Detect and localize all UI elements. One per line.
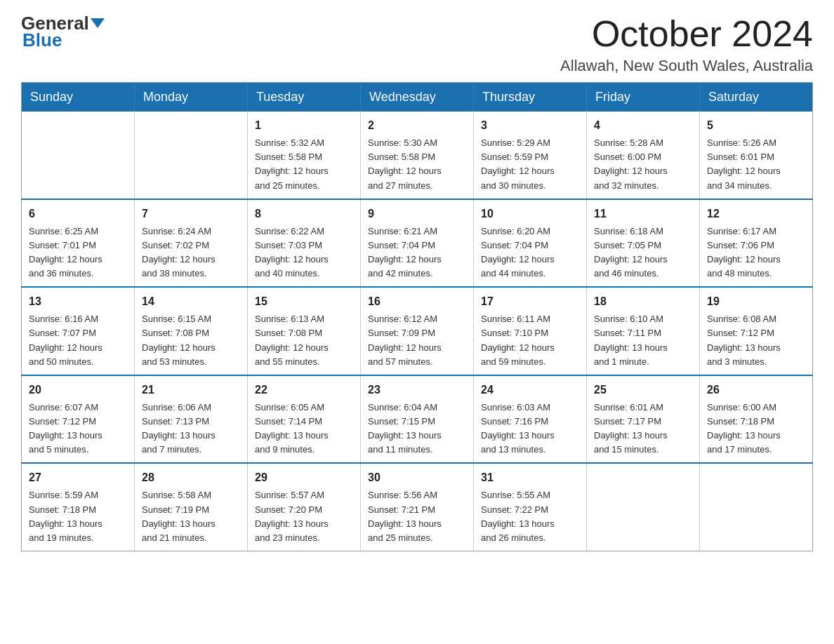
day-info: Sunrise: 5:56 AM Sunset: 7:21 PM Dayligh…	[368, 488, 466, 545]
day-info: Sunrise: 6:17 AM Sunset: 7:06 PM Dayligh…	[707, 224, 805, 281]
day-number: 14	[142, 293, 240, 310]
day-info: Sunrise: 6:07 AM Sunset: 7:12 PM Dayligh…	[29, 401, 127, 457]
day-number: 3	[481, 117, 579, 134]
day-info: Sunrise: 6:15 AM Sunset: 7:08 PM Dayligh…	[142, 312, 240, 369]
calendar-day-cell: 25Sunrise: 6:01 AM Sunset: 7:17 PM Dayli…	[587, 375, 700, 464]
day-info: Sunrise: 5:26 AM Sunset: 6:01 PM Dayligh…	[707, 136, 805, 193]
calendar-day-cell: 13Sunrise: 6:16 AM Sunset: 7:07 PM Dayli…	[22, 287, 135, 375]
calendar-day-cell: 24Sunrise: 6:03 AM Sunset: 7:16 PM Dayli…	[474, 375, 587, 464]
logo-arrow-icon	[91, 18, 105, 28]
weekday-header: Saturday	[700, 83, 813, 112]
day-info: Sunrise: 6:01 AM Sunset: 7:17 PM Dayligh…	[594, 401, 692, 457]
calendar-day-cell: 11Sunrise: 6:18 AM Sunset: 7:05 PM Dayli…	[587, 199, 700, 288]
day-info: Sunrise: 5:28 AM Sunset: 6:00 PM Dayligh…	[594, 136, 692, 193]
calendar-header-row: SundayMondayTuesdayWednesdayThursdayFrid…	[22, 83, 813, 112]
day-number: 26	[707, 382, 805, 398]
calendar-table: SundayMondayTuesdayWednesdayThursdayFrid…	[21, 82, 813, 551]
calendar-day-cell: 16Sunrise: 6:12 AM Sunset: 7:09 PM Dayli…	[361, 287, 474, 375]
day-number: 9	[368, 206, 466, 222]
calendar-day-cell: 21Sunrise: 6:06 AM Sunset: 7:13 PM Dayli…	[135, 375, 248, 464]
day-info: Sunrise: 6:25 AM Sunset: 7:01 PM Dayligh…	[29, 224, 127, 281]
day-info: Sunrise: 6:21 AM Sunset: 7:04 PM Dayligh…	[368, 224, 466, 281]
day-number: 12	[707, 206, 805, 222]
day-number: 11	[594, 206, 692, 222]
calendar-day-cell: 15Sunrise: 6:13 AM Sunset: 7:08 PM Dayli…	[248, 287, 361, 375]
day-number: 5	[707, 117, 805, 134]
calendar-week-row: 1Sunrise: 5:32 AM Sunset: 5:58 PM Daylig…	[22, 112, 813, 199]
day-info: Sunrise: 5:29 AM Sunset: 5:59 PM Dayligh…	[481, 136, 579, 193]
weekday-header: Tuesday	[248, 83, 361, 112]
day-info: Sunrise: 5:57 AM Sunset: 7:20 PM Dayligh…	[255, 488, 353, 545]
day-info: Sunrise: 5:59 AM Sunset: 7:18 PM Dayligh…	[29, 488, 127, 545]
day-info: Sunrise: 6:04 AM Sunset: 7:15 PM Dayligh…	[368, 401, 466, 457]
day-number: 2	[368, 117, 466, 134]
calendar-day-cell: 10Sunrise: 6:20 AM Sunset: 7:04 PM Dayli…	[474, 199, 587, 288]
calendar-day-cell: 5Sunrise: 5:26 AM Sunset: 6:01 PM Daylig…	[700, 112, 813, 199]
calendar-day-cell: 8Sunrise: 6:22 AM Sunset: 7:03 PM Daylig…	[248, 199, 361, 288]
day-info: Sunrise: 6:12 AM Sunset: 7:09 PM Dayligh…	[368, 312, 466, 369]
calendar-day-cell: 12Sunrise: 6:17 AM Sunset: 7:06 PM Dayli…	[700, 199, 813, 288]
day-number: 4	[594, 117, 692, 134]
location-title: Allawah, New South Wales, Australia	[560, 57, 813, 75]
day-info: Sunrise: 5:32 AM Sunset: 5:58 PM Dayligh…	[255, 136, 353, 193]
day-info: Sunrise: 6:00 AM Sunset: 7:18 PM Dayligh…	[707, 401, 805, 457]
day-info: Sunrise: 6:13 AM Sunset: 7:08 PM Dayligh…	[255, 312, 353, 369]
day-number: 8	[255, 206, 353, 222]
calendar-day-cell: 17Sunrise: 6:11 AM Sunset: 7:10 PM Dayli…	[474, 287, 587, 375]
month-title: October 2024	[560, 14, 813, 54]
weekday-header: Friday	[587, 83, 700, 112]
day-info: Sunrise: 6:22 AM Sunset: 7:03 PM Dayligh…	[255, 224, 353, 281]
calendar-day-cell: 7Sunrise: 6:24 AM Sunset: 7:02 PM Daylig…	[135, 199, 248, 288]
calendar-day-cell: 29Sunrise: 5:57 AM Sunset: 7:20 PM Dayli…	[248, 463, 361, 551]
weekday-header: Wednesday	[361, 83, 474, 112]
day-info: Sunrise: 6:03 AM Sunset: 7:16 PM Dayligh…	[481, 401, 579, 457]
day-number: 10	[481, 206, 579, 222]
weekday-header: Sunday	[22, 83, 135, 112]
day-info: Sunrise: 6:16 AM Sunset: 7:07 PM Dayligh…	[29, 312, 127, 369]
calendar-week-row: 6Sunrise: 6:25 AM Sunset: 7:01 PM Daylig…	[22, 199, 813, 288]
calendar-day-cell: 3Sunrise: 5:29 AM Sunset: 5:59 PM Daylig…	[474, 112, 587, 199]
day-info: Sunrise: 5:55 AM Sunset: 7:22 PM Dayligh…	[481, 488, 579, 545]
day-number: 7	[142, 206, 240, 222]
calendar-day-cell: 4Sunrise: 5:28 AM Sunset: 6:00 PM Daylig…	[587, 112, 700, 199]
page-header: General Blue October 2024 Allawah, New S…	[21, 14, 813, 75]
day-number: 6	[29, 206, 127, 222]
day-info: Sunrise: 6:06 AM Sunset: 7:13 PM Dayligh…	[142, 401, 240, 457]
calendar-week-row: 20Sunrise: 6:07 AM Sunset: 7:12 PM Dayli…	[22, 375, 813, 464]
day-number: 23	[368, 382, 466, 398]
day-number: 22	[255, 382, 353, 398]
day-number: 27	[29, 469, 127, 486]
day-number: 29	[255, 469, 353, 486]
calendar-day-cell: 14Sunrise: 6:15 AM Sunset: 7:08 PM Dayli…	[135, 287, 248, 375]
day-number: 19	[707, 293, 805, 310]
calendar-day-cell	[700, 463, 813, 551]
day-number: 30	[368, 469, 466, 486]
day-info: Sunrise: 5:58 AM Sunset: 7:19 PM Dayligh…	[142, 488, 240, 545]
logo: General Blue	[21, 14, 105, 51]
calendar-day-cell: 6Sunrise: 6:25 AM Sunset: 7:01 PM Daylig…	[22, 199, 135, 288]
calendar-week-row: 13Sunrise: 6:16 AM Sunset: 7:07 PM Dayli…	[22, 287, 813, 375]
calendar-day-cell	[587, 463, 700, 551]
day-number: 16	[368, 293, 466, 310]
day-number: 13	[29, 293, 127, 310]
calendar-day-cell: 30Sunrise: 5:56 AM Sunset: 7:21 PM Dayli…	[361, 463, 474, 551]
calendar-day-cell	[135, 112, 248, 199]
day-number: 20	[29, 382, 127, 398]
day-number: 17	[481, 293, 579, 310]
calendar-day-cell: 31Sunrise: 5:55 AM Sunset: 7:22 PM Dayli…	[474, 463, 587, 551]
calendar-day-cell: 28Sunrise: 5:58 AM Sunset: 7:19 PM Dayli…	[135, 463, 248, 551]
calendar-day-cell: 20Sunrise: 6:07 AM Sunset: 7:12 PM Dayli…	[22, 375, 135, 464]
title-area: October 2024 Allawah, New South Wales, A…	[560, 14, 813, 75]
calendar-day-cell: 9Sunrise: 6:21 AM Sunset: 7:04 PM Daylig…	[361, 199, 474, 288]
day-info: Sunrise: 6:10 AM Sunset: 7:11 PM Dayligh…	[594, 312, 692, 369]
day-number: 15	[255, 293, 353, 310]
day-number: 1	[255, 117, 353, 134]
calendar-day-cell: 27Sunrise: 5:59 AM Sunset: 7:18 PM Dayli…	[22, 463, 135, 551]
day-info: Sunrise: 6:05 AM Sunset: 7:14 PM Dayligh…	[255, 401, 353, 457]
day-info: Sunrise: 6:08 AM Sunset: 7:12 PM Dayligh…	[707, 312, 805, 369]
logo-part2: Blue	[22, 29, 62, 51]
day-info: Sunrise: 6:18 AM Sunset: 7:05 PM Dayligh…	[594, 224, 692, 281]
calendar-day-cell: 1Sunrise: 5:32 AM Sunset: 5:58 PM Daylig…	[248, 112, 361, 199]
calendar-day-cell: 22Sunrise: 6:05 AM Sunset: 7:14 PM Dayli…	[248, 375, 361, 464]
day-info: Sunrise: 6:11 AM Sunset: 7:10 PM Dayligh…	[481, 312, 579, 369]
